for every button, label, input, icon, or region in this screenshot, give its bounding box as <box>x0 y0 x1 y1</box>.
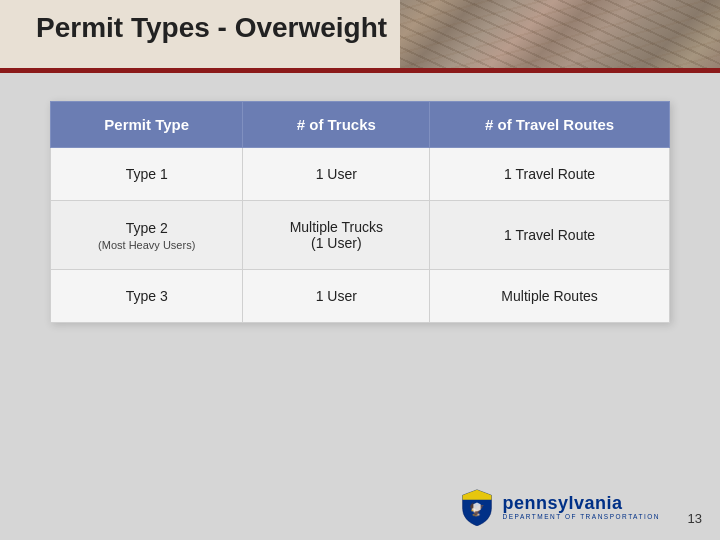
type3-routes: Multiple Routes <box>430 270 670 323</box>
pa-logo-area: 🦅 pennsylvania DEPARTMENT OF TRANSPORTAT… <box>459 488 660 526</box>
col-header-trucks: # of Trucks <box>243 102 430 148</box>
page-title: Permit Types - Overweight <box>36 12 387 44</box>
header: Permit Types - Overweight <box>0 0 720 68</box>
type2-sub-label: (Most Heavy Users) <box>67 239 226 251</box>
type1-trucks: 1 User <box>243 148 430 201</box>
main-content: Permit Type # of Trucks # of Travel Rout… <box>0 73 720 540</box>
table-header-row: Permit Type # of Trucks # of Travel Rout… <box>51 102 670 148</box>
header-rock-detail <box>400 0 720 68</box>
page-number-label: 13 <box>688 511 702 526</box>
type1-routes: 1 Travel Route <box>430 148 670 201</box>
type3-permit-type: Type 3 <box>51 270 243 323</box>
col-header-permit-type: Permit Type <box>51 102 243 148</box>
permit-table: Permit Type # of Trucks # of Travel Rout… <box>50 101 670 323</box>
type2-routes: 1 Travel Route <box>430 201 670 270</box>
pa-name: pennsylvania <box>503 494 623 514</box>
svg-marker-1 <box>473 502 480 511</box>
type3-trucks: 1 User <box>243 270 430 323</box>
type2-permit-type: Type 2 (Most Heavy Users) <box>51 201 243 270</box>
col-header-routes: # of Travel Routes <box>430 102 670 148</box>
table-row: Type 1 1 User 1 Travel Route <box>51 148 670 201</box>
table-row: Type 2 (Most Heavy Users) Multiple Truck… <box>51 201 670 270</box>
pa-text-block: pennsylvania DEPARTMENT OF TRANSPORTATIO… <box>503 494 660 521</box>
pa-dept: DEPARTMENT OF TRANSPORTATION <box>503 513 660 520</box>
type2-trucks: Multiple Trucks(1 User) <box>243 201 430 270</box>
table-row: Type 3 1 User Multiple Routes <box>51 270 670 323</box>
type1-permit-type: Type 1 <box>51 148 243 201</box>
pa-shield-icon: 🦅 <box>459 488 495 526</box>
